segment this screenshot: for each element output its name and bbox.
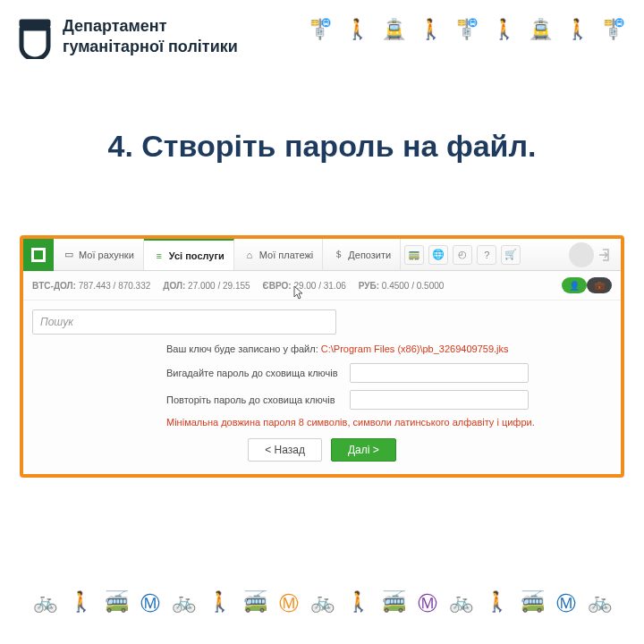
rates-bar: BTC-ДОЛ: 787.443 / 870.332 ДОЛ: 27.000 /… <box>23 271 621 301</box>
rate-eur: 29.00 / 31.06 <box>293 281 345 291</box>
walk-icon: 🚶 <box>69 590 93 617</box>
clock-icon[interactable]: ◴ <box>453 245 472 265</box>
rate-rub-label: РУБ: <box>359 281 379 291</box>
bike5-icon: 🚲 <box>588 590 612 617</box>
nav-accounts[interactable]: ▭ Мої рахунки <box>54 239 144 270</box>
nav-payments-label: Мої платежі <box>259 250 313 260</box>
bike-icon: 🚲 <box>33 590 57 617</box>
trolley2-icon: 🚎 <box>243 590 267 617</box>
app-screenshot: ▭ Мої рахунки ≡ Усі послуги ⌂ Мої платеж… <box>20 235 624 478</box>
stop3-icon: 🚏 <box>602 18 626 41</box>
trolley3-icon: 🚎 <box>382 590 406 617</box>
logout-icon[interactable] <box>597 248 612 262</box>
metro2-icon: Ⓜ <box>279 590 299 617</box>
piggy-icon: ＄ <box>332 249 344 261</box>
home-icon: ⌂ <box>243 249 256 261</box>
stop2-icon: 🚏 <box>455 18 479 41</box>
nav-payments[interactable]: ⌂ Мої платежі <box>234 239 323 270</box>
search-input[interactable] <box>32 309 336 335</box>
shield-icon <box>16 16 54 59</box>
walk4-icon: 🚶 <box>485 590 509 617</box>
view-person-icon[interactable]: 👤 <box>562 277 587 293</box>
mini-toolbar: 🚃 🌐 ◴ ? 🛒 <box>404 239 521 270</box>
department-logo: Департамент гуманітарної політики <box>16 16 238 59</box>
view-briefcase-icon[interactable]: 💼 <box>587 277 612 293</box>
bank-logo[interactable] <box>23 239 54 271</box>
next-button[interactable]: Далі > <box>331 438 396 462</box>
list-icon: ≡ <box>153 250 165 262</box>
password2-input[interactable] <box>350 390 529 410</box>
department-line2: гуманітарної політики <box>63 37 238 57</box>
password-hint: Мінімальна довжина пароля 8 символів, си… <box>166 417 621 428</box>
password2-label: Повторіть пароль до сховища ключів <box>166 394 350 405</box>
walk4-icon: 🚶 <box>565 18 589 41</box>
rate-usd: 27.000 / 29.155 <box>188 281 250 291</box>
bike3-icon: 🚲 <box>310 590 335 617</box>
walk3-icon: 🚶 <box>346 590 370 617</box>
transport-icon[interactable]: 🚃 <box>404 245 424 265</box>
nav-all-services[interactable]: ≡ Усі послуги <box>144 239 234 270</box>
rate-usd-label: ДОЛ: <box>163 281 185 291</box>
walk2-icon: 🚶 <box>208 590 232 617</box>
rate-btc: 787.443 / 870.332 <box>79 281 151 291</box>
stop-icon: 🚏 <box>309 18 333 41</box>
globe-icon[interactable]: 🌐 <box>428 245 448 265</box>
rate-btc-label: BTC-ДОЛ: <box>32 281 76 291</box>
rate-eur-label: ЄВРО: <box>263 281 292 291</box>
key-file-info: Ваш ключ буде записано у файл: C:\Progra… <box>166 343 621 354</box>
password1-label: Вигадайте пароль до сховища ключів <box>166 368 350 378</box>
user-block <box>569 239 615 270</box>
view-toggle: 👤 💼 <box>562 277 612 293</box>
bike4-icon: 🚲 <box>449 590 473 617</box>
bottom-icon-strip: 🚲🚶🚎Ⓜ🚲🚶🚎Ⓜ🚲🚶🚎Ⓜ🚲🚶🚎Ⓜ🚲 <box>0 590 644 617</box>
metro3-icon: Ⓜ <box>418 590 437 617</box>
bus-icon: 🚊 <box>382 18 406 41</box>
bus2-icon: 🚊 <box>529 18 553 41</box>
help-icon[interactable]: ? <box>477 245 496 265</box>
metro-icon: Ⓜ <box>140 590 160 617</box>
walk3-icon: 🚶 <box>492 18 516 41</box>
cart-icon[interactable]: 🛒 <box>501 245 521 265</box>
nav-accounts-label: Мої рахунки <box>79 250 134 260</box>
app-toolbar: ▭ Мої рахунки ≡ Усі послуги ⌂ Мої платеж… <box>23 239 621 271</box>
metro4-icon: Ⓜ <box>556 590 576 617</box>
bike2-icon: 🚲 <box>172 590 196 617</box>
walk2-icon: 🚶 <box>419 18 443 41</box>
card-icon: ▭ <box>63 249 75 261</box>
password1-input[interactable] <box>350 363 529 383</box>
trolley-icon: 🚎 <box>105 590 129 617</box>
nav-deposits-label: Депозити <box>348 250 391 260</box>
rate-rub: 0.4500 / 0.5000 <box>382 281 445 291</box>
top-icon-strip: 🚏🚶🚊🚶🚏🚶🚊🚶🚏 <box>309 16 626 41</box>
nav-all-services-label: Усі послуги <box>169 250 225 261</box>
page-title: 4. Створіть пароль на файл. <box>0 129 644 164</box>
nav-deposits[interactable]: ＄ Депозити <box>323 239 401 270</box>
user-avatar-icon[interactable] <box>569 242 594 267</box>
department-line1: Департамент <box>63 16 238 37</box>
back-button[interactable]: < Назад <box>248 438 322 462</box>
walk-icon: 🚶 <box>345 18 369 41</box>
svg-rect-1 <box>34 250 43 259</box>
key-file-path: C:\Program Files (x86)\pb_3269409759.jks <box>321 343 509 354</box>
trolley4-icon: 🚎 <box>521 590 545 617</box>
key-file-prefix: Ваш ключ буде записано у файл: <box>166 343 321 354</box>
